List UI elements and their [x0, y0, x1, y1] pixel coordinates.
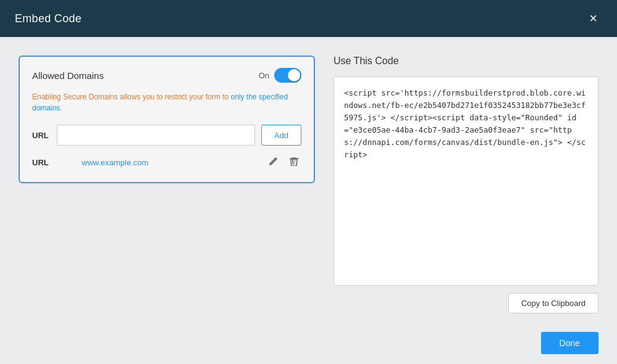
- embed-code-box[interactable]: <script src='https://formsbuilderstprod.…: [334, 77, 598, 286]
- add-button[interactable]: Add: [261, 125, 301, 146]
- url-entry-label: URL: [32, 158, 51, 167]
- toggle-thumb: [288, 69, 300, 81]
- done-button[interactable]: Done: [541, 332, 598, 354]
- use-this-code-title: Use This Code: [334, 56, 598, 67]
- url-input-label: URL: [32, 131, 51, 140]
- left-panel: Allowed Domains On Enabling Secure Domai…: [19, 56, 315, 313]
- help-text-link: only the specified domains.: [32, 93, 288, 112]
- modal-footer: Done: [0, 326, 617, 364]
- embed-code-text: <script src='https://formsbuilderstprod.…: [344, 88, 586, 159]
- allowed-domains-title: Allowed Domains: [32, 70, 104, 81]
- close-button[interactable]: ×: [584, 9, 602, 28]
- allowed-domains-header: Allowed Domains On: [32, 68, 301, 83]
- trash-icon: [289, 157, 299, 167]
- url-input-row: URL Add: [32, 125, 301, 146]
- pencil-icon: [268, 157, 278, 167]
- modal-header: Embed Code ×: [0, 0, 617, 37]
- right-panel: Use This Code <script src='https://forms…: [334, 56, 598, 313]
- url-entry-row: URL www.example.com: [32, 154, 301, 171]
- toggle-container: On: [259, 68, 301, 83]
- copy-to-clipboard-button[interactable]: Copy to Clipboard: [508, 293, 598, 313]
- main-content: Allowed Domains On Enabling Secure Domai…: [0, 37, 617, 326]
- help-text: Enabling Secure Domains allows you to re…: [32, 91, 301, 114]
- allowed-domains-toggle[interactable]: [274, 68, 301, 83]
- toggle-label: On: [259, 71, 269, 80]
- edit-button[interactable]: [266, 154, 280, 171]
- allowed-domains-box: Allowed Domains On Enabling Secure Domai…: [19, 56, 315, 183]
- url-entry-value: www.example.com: [82, 158, 259, 167]
- url-input[interactable]: [57, 125, 255, 146]
- modal-title: Embed Code: [15, 12, 82, 25]
- toggle-track[interactable]: [274, 68, 301, 83]
- delete-button[interactable]: [287, 154, 301, 171]
